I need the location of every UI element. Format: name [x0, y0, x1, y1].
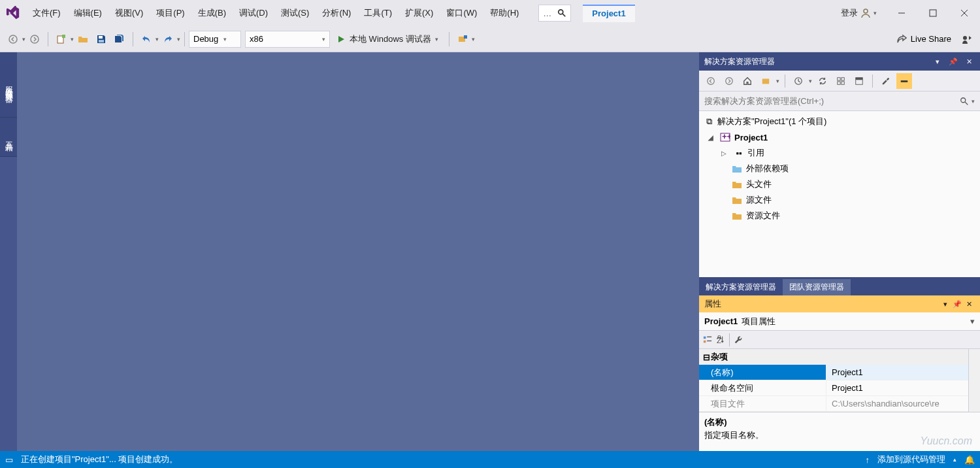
folder-icon	[732, 164, 743, 173]
svg-text:++: ++	[722, 133, 730, 141]
svg-rect-21	[841, 77, 844, 80]
panel-menu-icon[interactable]: ▾	[932, 56, 943, 67]
sync-icon[interactable]	[815, 73, 830, 89]
nav-forward-button[interactable]	[26, 31, 43, 48]
close-button[interactable]	[951, 0, 977, 26]
forward-button[interactable]	[721, 73, 737, 89]
highlight-icon[interactable]	[896, 73, 912, 89]
menu-analyze[interactable]: 分析(N)	[316, 0, 357, 26]
properties-header: 属性 ▾ 📌 ✕	[699, 295, 980, 312]
history-icon[interactable]	[791, 73, 806, 89]
categorized-icon[interactable]	[703, 335, 712, 344]
new-project-button[interactable]	[53, 31, 70, 48]
minimize-button[interactable]	[889, 0, 915, 26]
menu-help[interactable]: 帮助(H)	[483, 0, 525, 26]
redo-button[interactable]	[159, 31, 176, 48]
close-icon[interactable]: ✕	[963, 56, 975, 67]
toolbox-tab[interactable]: 工具箱	[0, 118, 17, 157]
prop-key: 根命名空间	[699, 380, 826, 395]
tree-external-deps[interactable]: 外部依赖项	[699, 161, 980, 176]
panel-menu-icon[interactable]: ▾	[939, 298, 951, 310]
editor-area	[17, 52, 699, 451]
tab-team-explorer[interactable]: 团队资源管理器	[783, 279, 851, 295]
category-label: 杂项	[711, 351, 728, 363]
solution-tree[interactable]: ⧉ 解决方案"Project1"(1 个项目) ◢ ++ Project1 ▷ …	[699, 111, 980, 277]
property-row-projectfile[interactable]: 项目文件 C:\Users\shandian\source\re	[699, 396, 968, 412]
menu-debug[interactable]: 调试(D)	[233, 0, 274, 26]
pin-icon[interactable]: 📌	[947, 56, 959, 67]
solution-folder-icon[interactable]	[758, 73, 774, 89]
quick-launch-input[interactable]: …	[538, 5, 571, 22]
menu-window[interactable]: 窗口(W)	[440, 0, 483, 26]
login-button[interactable]: 登录 ▾	[834, 7, 883, 19]
server-explorer-tab[interactable]: 服务器资源管理器	[0, 52, 17, 118]
solution-search-input[interactable]	[704, 92, 960, 110]
menu-test[interactable]: 测试(S)	[274, 0, 316, 26]
svg-rect-4	[930, 10, 936, 16]
menu-tools[interactable]: 工具(T)	[357, 0, 399, 26]
svg-rect-11	[99, 36, 103, 39]
properties-subject-combo[interactable]: Project1 项目属性 ▾	[699, 312, 980, 331]
notifications-icon[interactable]: 🔔	[964, 455, 975, 465]
nav-back-button[interactable]	[5, 31, 22, 48]
scrollbar[interactable]	[968, 349, 980, 412]
login-label: 登录	[841, 7, 858, 19]
svg-point-15	[963, 36, 967, 40]
collapse-icon[interactable]: ◢	[708, 134, 717, 141]
property-row-rootns[interactable]: 根命名空间 Project1	[699, 380, 968, 396]
preview-icon[interactable]	[851, 73, 867, 89]
properties-title: 属性	[704, 298, 939, 310]
wrench-icon[interactable]	[734, 335, 743, 344]
properties-icon[interactable]	[878, 73, 894, 89]
maximize-button[interactable]	[920, 0, 946, 26]
tree-label: 解决方案"Project1"(1 个项目)	[717, 116, 826, 127]
separator	[48, 32, 48, 46]
menu-view[interactable]: 视图(V)	[108, 0, 150, 26]
start-debug-button[interactable]: 本地 Windows 调试器 ▾	[330, 31, 445, 48]
config-combo[interactable]: Debug▾	[189, 31, 241, 48]
menu-edit[interactable]: 编辑(E)	[67, 0, 108, 26]
alphabetical-icon[interactable]: AZ	[716, 335, 725, 344]
svg-rect-26	[901, 80, 908, 82]
svg-text:Z: Z	[717, 337, 721, 344]
tree-project[interactable]: ◢ ++ Project1	[699, 129, 980, 145]
tree-resources[interactable]: 资源文件	[699, 208, 980, 224]
separator	[133, 32, 133, 46]
tree-headers[interactable]: 头文件	[699, 176, 980, 192]
tree-references[interactable]: ▷ ▪▪ 引用	[699, 145, 980, 161]
menu-build[interactable]: 生成(B)	[191, 0, 233, 26]
share-icon	[896, 34, 907, 44]
undo-button[interactable]	[138, 31, 155, 48]
menu-project[interactable]: 项目(P)	[150, 0, 191, 26]
run-label: 本地 Windows 调试器	[350, 33, 431, 45]
separator	[449, 32, 449, 46]
separator	[184, 32, 185, 46]
process-button[interactable]	[454, 31, 471, 48]
tab-solution-explorer[interactable]: 解决方案资源管理器	[699, 279, 783, 295]
show-all-icon[interactable]	[833, 73, 849, 89]
share-user-icon[interactable]	[958, 31, 975, 48]
project-icon: ++	[720, 133, 732, 142]
live-share-button[interactable]: Live Share	[890, 34, 958, 44]
project-title-tab[interactable]: Project1	[583, 5, 634, 22]
back-button[interactable]	[703, 73, 719, 89]
platform-combo[interactable]: x86▾	[245, 31, 330, 48]
property-row-name[interactable]: (名称) Project1	[699, 365, 968, 380]
tree-solution-root[interactable]: ⧉ 解决方案"Project1"(1 个项目)	[699, 114, 980, 129]
home-button[interactable]	[740, 73, 755, 89]
expand-icon[interactable]: ▷	[721, 150, 730, 157]
svg-rect-10	[62, 35, 65, 38]
save-all-button[interactable]	[111, 31, 128, 48]
pin-icon[interactable]: 📌	[951, 298, 963, 310]
menu-extensions[interactable]: 扩展(X)	[399, 0, 440, 26]
prop-value[interactable]: Project1	[826, 365, 968, 380]
scm-button[interactable]: 添加到源代码管理	[877, 454, 945, 465]
prop-value[interactable]: Project1	[826, 380, 968, 395]
close-icon[interactable]: ✕	[963, 298, 975, 310]
save-button[interactable]	[93, 31, 110, 48]
menu-file[interactable]: 文件(F)	[26, 0, 67, 26]
tree-sources[interactable]: 源文件	[699, 192, 980, 208]
open-button[interactable]	[74, 31, 91, 48]
property-category[interactable]: ⊟杂项	[699, 349, 968, 365]
svg-rect-32	[707, 336, 711, 337]
